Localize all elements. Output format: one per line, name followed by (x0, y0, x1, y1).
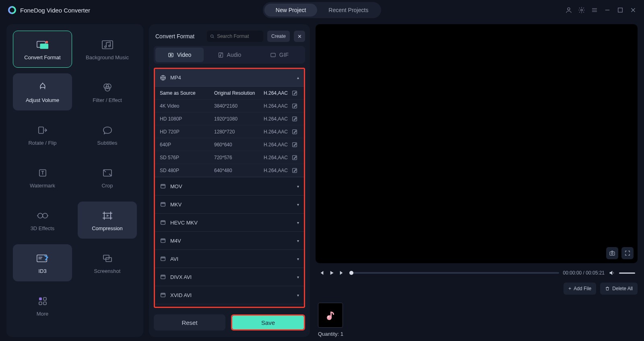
format-preset-row[interactable]: 4K Video 3840*2160 H.264,AAC (155, 100, 304, 112)
delete-all-button[interactable]: Delete All (600, 283, 638, 295)
user-icon[interactable] (565, 6, 572, 14)
sidebar-item-more[interactable]: More (13, 287, 72, 324)
queue-thumbnail[interactable] (318, 303, 343, 328)
format-preset-row[interactable]: SD 480P 640*480 H.264,AAC (155, 164, 304, 177)
prev-track-button[interactable] (318, 270, 324, 276)
edit-icon[interactable] (292, 116, 297, 122)
tab-audio[interactable]: Audio (205, 48, 254, 62)
film-icon (160, 219, 166, 226)
format-group-label: AVI (170, 256, 178, 262)
edit-icon[interactable] (292, 129, 297, 135)
sidebar-item-convert-format[interactable]: Convert Format (13, 31, 72, 68)
edit-icon[interactable] (292, 155, 297, 160)
format-group-label: DIVX AVI (170, 274, 192, 280)
sidebar-item-id3[interactable]: ID3 (13, 244, 72, 281)
sidebar-label: Filter / Effect (93, 97, 122, 103)
svg-marker-28 (170, 54, 172, 56)
preset-label: 640P (160, 142, 210, 148)
format-group-mp4[interactable]: MP4 ▴ (155, 69, 304, 87)
edit-icon[interactable] (292, 142, 297, 148)
tool-sidebar: Convert Format Background Music Adjust V… (6, 24, 143, 337)
volume-icon[interactable] (609, 270, 615, 276)
format-group-xvid avi[interactable]: XVID AVI ▾ (155, 286, 304, 304)
seek-handle[interactable] (349, 271, 353, 275)
preset-resolution: 1920*1080 (214, 116, 260, 122)
reset-button[interactable]: Reset (154, 314, 225, 331)
format-group-label: MOV (170, 183, 182, 189)
seek-bar[interactable] (349, 272, 559, 274)
format-group-divx avi[interactable]: DIVX AVI ▾ (155, 268, 304, 286)
sidebar-item-watermark[interactable]: Watermark (13, 159, 72, 196)
tab-video[interactable]: Video (155, 48, 204, 62)
snapshot-button[interactable] (606, 247, 618, 259)
search-format-input[interactable] (217, 33, 260, 39)
chevron-down-icon: ▾ (297, 202, 299, 207)
edit-icon[interactable] (292, 90, 297, 96)
search-format-field[interactable] (207, 31, 263, 42)
format-preset-row[interactable]: 640P 960*640 H.264,AAC (155, 138, 304, 151)
svg-point-32 (161, 75, 165, 80)
sidebar-item-compression[interactable]: Compression (78, 202, 137, 239)
menu-icon[interactable] (591, 6, 598, 14)
svg-rect-31 (271, 53, 275, 57)
panel-title: Convert Format (154, 33, 194, 40)
player-transport: 00:00:00 / 00:05:21 (316, 267, 638, 279)
play-button[interactable] (328, 270, 335, 276)
format-preset-row[interactable]: Same as Source Original Resolution H.264… (155, 87, 304, 100)
settings-icon[interactable] (578, 6, 585, 14)
preset-codec: H.264,AAC (264, 116, 288, 122)
sidebar-item-background-music[interactable]: Background Music (78, 31, 137, 68)
format-type-tabs: Video Audio GIF (154, 46, 305, 64)
format-preset-row[interactable]: SD 576P 720*576 H.264,AAC (155, 151, 304, 164)
file-queue: Quantity: 1 (316, 299, 638, 337)
volume-slider[interactable] (619, 272, 635, 274)
tab-new-project[interactable]: New Project (264, 4, 317, 17)
svg-point-33 (163, 77, 164, 78)
preset-label: SD 480P (160, 168, 210, 173)
format-group-mov[interactable]: MOV ▾ (155, 177, 304, 195)
format-group-m4v[interactable]: M4V ▾ (155, 232, 304, 250)
chevron-down-icon: ▾ (297, 184, 299, 189)
queue-item[interactable]: Quantity: 1 (318, 303, 343, 337)
save-button[interactable]: Save (232, 316, 304, 329)
audio-icon (218, 52, 224, 58)
sidebar-item-crop[interactable]: Crop (78, 159, 137, 196)
video-icon (168, 52, 174, 58)
format-group-label: HEVC MKV (170, 220, 198, 226)
svg-rect-25 (43, 302, 46, 305)
maximize-button[interactable] (617, 6, 624, 14)
format-group-hevc mp4[interactable]: HEVC MP4 ▾ (155, 304, 304, 307)
sidebar-item-subtitles[interactable]: Subtitles (78, 116, 137, 153)
format-group-mkv[interactable]: MKV ▾ (155, 195, 304, 213)
sidebar-item-3d-effects[interactable]: 3D Effects (13, 202, 72, 239)
chevron-down-icon: ▾ (297, 239, 299, 243)
preset-resolution: Original Resolution (214, 90, 260, 96)
sidebar-label: Adjust Volume (26, 97, 59, 103)
sidebar-item-rotate-flip[interactable]: Rotate / Flip (13, 116, 72, 153)
tab-gif[interactable]: GIF (255, 48, 303, 62)
next-track-button[interactable] (339, 270, 345, 276)
format-preset-row[interactable]: HD 720P 1280*720 H.264,AAC (155, 125, 304, 138)
minimize-button[interactable] (604, 6, 611, 14)
svg-rect-23 (43, 297, 46, 300)
tab-recent-projects[interactable]: Recent Projects (317, 4, 380, 17)
sidebar-item-screenshot[interactable]: Screenshot (78, 244, 137, 281)
preset-codec: H.264,AAC (264, 129, 288, 135)
fullscreen-button[interactable] (621, 247, 634, 259)
svg-marker-18 (107, 214, 109, 217)
edit-icon[interactable] (292, 103, 297, 109)
format-group-avi[interactable]: AVI ▾ (155, 250, 304, 268)
trash-icon (605, 286, 610, 291)
preset-resolution: 3840*2160 (214, 103, 260, 109)
sidebar-item-filter-effect[interactable]: Filter / Effect (78, 73, 137, 110)
add-file-button[interactable]: +Add File (564, 283, 596, 295)
svg-rect-2 (618, 8, 623, 12)
format-group-hevc mkv[interactable]: HEVC MKV ▾ (155, 214, 304, 231)
format-preset-row[interactable]: HD 1080P 1920*1080 H.264,AAC (155, 112, 304, 125)
close-panel-button[interactable]: ✕ (294, 31, 305, 42)
edit-icon[interactable] (292, 168, 297, 173)
sidebar-item-adjust-volume[interactable]: Adjust Volume (13, 73, 72, 110)
close-window-button[interactable] (630, 6, 637, 14)
format-list[interactable]: MP4 ▴ Same as Source Original Resolution… (155, 69, 304, 307)
create-button[interactable]: Create (267, 31, 290, 42)
